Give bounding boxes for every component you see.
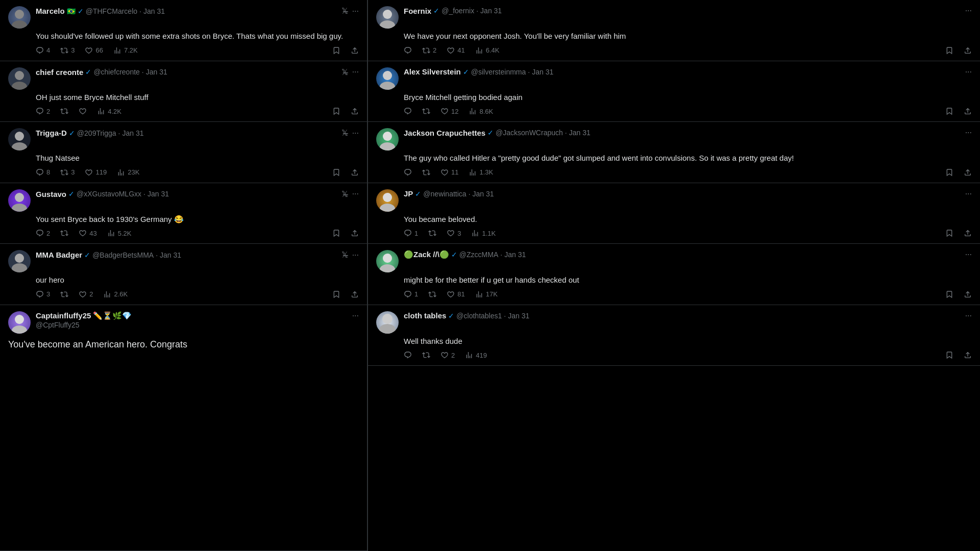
stat-share-foernix[interactable] <box>964 46 972 55</box>
tweet-stats-cloth: 2 419 <box>404 351 972 359</box>
svg-point-2 <box>15 71 24 80</box>
stat-retweets-mma[interactable] <box>60 290 68 298</box>
stat-replies-mma[interactable]: 3 <box>36 290 50 298</box>
stat-share-chief[interactable] <box>351 107 359 115</box>
stat-replies-alex[interactable] <box>404 107 412 115</box>
stat-replies-trigga[interactable]: 8 <box>36 168 50 177</box>
views-count-mma: 2.6K <box>114 290 128 298</box>
more-button-alex[interactable]: ··· <box>965 67 972 77</box>
x-button-gustavo[interactable]: 𝕏̶ <box>341 189 348 199</box>
more-button-chief[interactable]: ··· <box>352 67 359 77</box>
more-button-gustavo[interactable]: ··· <box>352 189 359 198</box>
svg-point-11 <box>12 325 27 334</box>
views-count-jp: 1.1K <box>482 230 496 237</box>
stat-likes-trigga[interactable]: 119 <box>85 168 107 177</box>
stat-replies-marcelo[interactable]: 4 <box>36 46 50 55</box>
stat-likes-mma[interactable]: 2 <box>79 290 93 298</box>
stat-retweets-chief[interactable] <box>60 107 68 115</box>
stat-share-jp[interactable] <box>964 229 972 237</box>
x-button-chief[interactable]: 𝕏̶ <box>341 67 348 77</box>
x-button-marcelo[interactable]: 𝕏̶ <box>341 6 348 16</box>
tweet-content-zack: might be for the better if u get ur hand… <box>404 274 972 286</box>
stat-bookmark-gustavo[interactable] <box>332 229 340 237</box>
avatar-chief <box>8 67 31 90</box>
stat-bookmark-marcelo[interactable] <box>332 46 340 55</box>
stat-replies-chief[interactable]: 2 <box>36 107 50 115</box>
views-count-zack: 17K <box>486 290 498 298</box>
stat-share-gustavo[interactable] <box>351 229 359 237</box>
stat-share-zack[interactable] <box>964 290 972 298</box>
stat-views-trigga[interactable]: 23K <box>117 168 139 177</box>
stat-bookmark-cloth[interactable] <box>945 351 953 359</box>
more-button-foernix[interactable]: ··· <box>965 6 972 15</box>
stat-likes-chief[interactable] <box>79 107 87 115</box>
stat-retweets-zack[interactable] <box>428 290 436 298</box>
more-button-jp[interactable]: ··· <box>965 189 972 198</box>
stat-likes-cloth[interactable]: 2 <box>440 351 455 359</box>
stat-retweets-jackson[interactable] <box>422 168 430 177</box>
x-button-mma[interactable]: 𝕏̶ <box>341 250 348 260</box>
stat-likes-jp[interactable]: 3 <box>447 229 461 237</box>
stat-likes-jackson[interactable]: 11 <box>440 168 458 177</box>
stat-retweets-jp[interactable] <box>428 229 436 237</box>
stat-retweets-cloth[interactable] <box>422 351 430 359</box>
more-button-trigga[interactable]: ··· <box>352 129 359 138</box>
svg-point-12 <box>383 10 392 19</box>
stat-views-jp[interactable]: 1.1K <box>471 229 496 237</box>
verified-gustavo: ✓ <box>68 190 75 198</box>
stat-share-trigga[interactable] <box>351 168 359 177</box>
stat-views-chief[interactable]: 4.2K <box>97 107 121 115</box>
stat-bookmark-mma[interactable] <box>332 290 340 298</box>
stat-views-gustavo[interactable]: 5.2K <box>107 229 132 237</box>
stat-likes-foernix[interactable]: 41 <box>447 46 464 55</box>
stat-share-marcelo[interactable] <box>351 46 359 55</box>
tweet-stats-marcelo: 4 3 66 7.2K <box>36 46 359 55</box>
stat-bookmark-zack[interactable] <box>945 290 953 298</box>
stat-retweets-alex[interactable] <box>422 107 430 115</box>
stat-likes-zack[interactable]: 81 <box>447 290 464 298</box>
date-cloth: Jan 31 <box>508 312 529 320</box>
stat-replies-foernix[interactable] <box>404 46 412 55</box>
stat-replies-jp[interactable]: 1 <box>404 229 418 237</box>
stat-retweets-foernix[interactable]: 2 <box>422 46 436 55</box>
stat-replies-cloth[interactable] <box>404 351 412 359</box>
stat-bookmark-alex[interactable] <box>945 107 953 115</box>
more-button-marcelo[interactable]: ··· <box>352 7 359 16</box>
stat-likes-marcelo[interactable]: 66 <box>85 46 103 55</box>
stat-share-mma[interactable] <box>351 290 359 298</box>
more-button-captain[interactable]: ··· <box>352 311 359 320</box>
x-button-trigga[interactable]: 𝕏̶ <box>341 128 348 138</box>
stat-replies-zack[interactable]: 1 <box>404 290 418 298</box>
more-button-jackson[interactable]: ··· <box>965 128 972 137</box>
stat-share-cloth[interactable] <box>964 351 972 359</box>
stat-share-jackson[interactable] <box>964 168 972 177</box>
stat-bookmark-trigga[interactable] <box>332 168 340 177</box>
stat-likes-alex[interactable]: 12 <box>440 107 458 115</box>
stat-share-alex[interactable] <box>964 107 972 115</box>
stat-views-jackson[interactable]: 1.3K <box>469 168 493 177</box>
stat-bookmark-jp[interactable] <box>945 229 953 237</box>
more-button-zack[interactable]: ··· <box>965 250 972 259</box>
avatar-marcelo <box>8 6 31 29</box>
stat-bookmark-foernix[interactable] <box>945 46 953 55</box>
verified-jackson: ✓ <box>487 129 494 137</box>
stat-views-mma[interactable]: 2.6K <box>103 290 128 298</box>
stat-replies-jackson[interactable] <box>404 168 412 177</box>
more-button-cloth[interactable]: ··· <box>965 311 972 320</box>
verified-trigga: ✓ <box>69 129 75 137</box>
more-button-mma[interactable]: ··· <box>352 251 359 260</box>
stat-views-alex[interactable]: 8.6K <box>469 107 493 115</box>
stat-replies-gustavo[interactable]: 2 <box>36 229 50 237</box>
views-count-trigga: 23K <box>128 168 139 176</box>
stat-likes-gustavo[interactable]: 43 <box>79 229 96 237</box>
stat-bookmark-chief[interactable] <box>332 107 340 115</box>
stat-views-zack[interactable]: 17K <box>475 290 498 298</box>
stat-retweets-gustavo[interactable] <box>60 229 68 237</box>
svg-point-7 <box>12 204 27 212</box>
stat-retweets-trigga[interactable]: 3 <box>60 168 75 177</box>
stat-retweets-marcelo[interactable]: 3 <box>60 46 75 55</box>
stat-views-cloth[interactable]: 419 <box>465 351 487 359</box>
stat-bookmark-jackson[interactable] <box>945 168 953 177</box>
stat-views-marcelo[interactable]: 7.2K <box>113 46 138 55</box>
stat-views-foernix[interactable]: 6.4K <box>475 46 500 55</box>
